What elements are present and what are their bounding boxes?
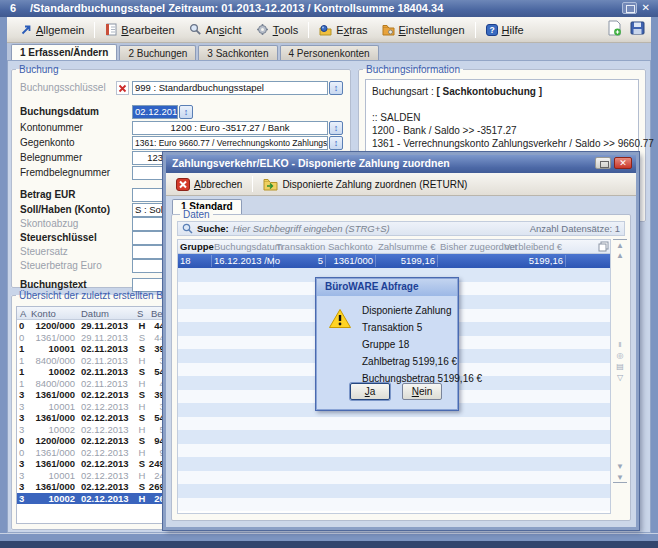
field-label-kontonummer: Kontonummer bbox=[20, 122, 83, 133]
zoom-icon[interactable]: ◎ bbox=[613, 350, 627, 361]
field-label-belegnummer: Belegnummer bbox=[20, 152, 82, 163]
field-label-betrag-eur: Betrag EUR bbox=[20, 189, 76, 200]
field-label-buchungsdatum: Buchungsdatum bbox=[20, 106, 99, 117]
grid-icon[interactable]: ▤ bbox=[613, 361, 627, 372]
field-label-steuerschluessel: Steuerschlüssel bbox=[20, 232, 97, 243]
buchungsschluessel-dropdown-icon[interactable]: ↕ bbox=[329, 81, 343, 95]
payments-table-header: GruppeBuchungsdatumTransaktionSachkontoZ… bbox=[178, 240, 610, 254]
empty-row bbox=[178, 430, 610, 444]
close-icon[interactable]: ✕ bbox=[642, 2, 650, 14]
menu-separator bbox=[308, 22, 309, 38]
svg-text:?: ? bbox=[489, 25, 494, 35]
buchungsschluessel-select[interactable]: 999 : Standardbuchungsstapel bbox=[132, 81, 328, 95]
confirm-popup: BüroWARE Abfrage Disponierte ZahlungTran… bbox=[315, 277, 459, 411]
menu-item-extras[interactable]: Extras bbox=[312, 21, 374, 39]
filter-icon[interactable]: ▽ bbox=[613, 372, 627, 383]
empty-row bbox=[178, 484, 610, 498]
dialog-group-title: Daten bbox=[180, 209, 213, 220]
search-icon bbox=[182, 223, 193, 234]
info-line: 1200 - Bank / Saldo >> -3517.27 bbox=[372, 124, 632, 137]
no-button[interactable]: Nein bbox=[402, 383, 442, 400]
cancel-button[interactable]: Abbrechen bbox=[171, 176, 247, 193]
field-label-soll-haben: Soll/Haben (Konto) bbox=[20, 204, 110, 215]
kontonummer-dropdown-icon[interactable]: ↕ bbox=[329, 121, 343, 135]
info-line: :: SALDEN bbox=[372, 111, 632, 124]
empty-row bbox=[178, 471, 610, 485]
booking-group-title: Buchung bbox=[16, 64, 61, 75]
window-titlebar: 6 /Standardbuchungsstapel Zeitraum: 01.2… bbox=[0, 0, 658, 17]
search-label: Suche: bbox=[197, 223, 229, 234]
buchungsart-value: [ Sachkontobuchung ] bbox=[437, 86, 543, 97]
popup-line: Disponierte Zahlung bbox=[362, 305, 452, 316]
tab-strip: 1 Erfassen/Ändern2 Buchungen3 Sachkonten… bbox=[7, 43, 651, 60]
new-document-icon[interactable] bbox=[607, 20, 622, 36]
booking-info-title: Buchungsinformation bbox=[363, 64, 463, 75]
empty-row bbox=[178, 444, 610, 458]
payment-row-selected[interactable]: 1816.12.2013 /Mo51361/0005199,165199,16 bbox=[178, 254, 610, 268]
window-bottom-edge bbox=[0, 541, 658, 548]
scroll-bottom-icon[interactable]: ▼ bbox=[613, 472, 627, 483]
scroll-down-icon[interactable]: ▼ bbox=[613, 461, 627, 472]
menu-item-allgemein[interactable]: Allgemein bbox=[13, 21, 91, 39]
assign-folder-icon bbox=[263, 178, 278, 191]
table-scrollbar[interactable]: ▲▲‖◎▤▽▼▼ bbox=[613, 239, 627, 514]
menu-separator bbox=[94, 22, 95, 38]
menu-bar: AllgemeinBearbeitenAnsichtToolsExtrasEin… bbox=[7, 17, 651, 43]
info-line: 1361 - Verrechnungskonto Zahlungsverkehr… bbox=[372, 137, 632, 150]
window-bottom-frame bbox=[0, 533, 658, 541]
field-label-buchungstext: Buchungstext bbox=[20, 279, 87, 290]
menu-item-ansicht[interactable]: Ansicht bbox=[182, 20, 249, 39]
buchungsdatum-input[interactable]: 02.12.2013 bbox=[132, 105, 178, 119]
save-icon[interactable] bbox=[630, 21, 645, 35]
field-label-gegenkonto: Gegenkonto bbox=[20, 137, 75, 148]
menu-item-bearbeiten[interactable]: Bearbeiten bbox=[98, 20, 181, 39]
scroll-top-icon[interactable]: ▲ bbox=[613, 239, 627, 250]
cancel-x-icon bbox=[176, 178, 190, 191]
popup-line: Transaktion 5 bbox=[362, 322, 422, 333]
tab-3-sachkonten[interactable]: 3 Sachkonten bbox=[198, 45, 277, 60]
empty-row bbox=[178, 417, 610, 431]
buchungsdatum-dropdown-icon[interactable]: ↕ bbox=[179, 105, 193, 119]
menu-separator bbox=[475, 22, 476, 38]
tab-1-erfassen-ndern[interactable]: 1 Erfassen/Ändern bbox=[11, 44, 117, 60]
record-count: Anzahl Datensätze: 1 bbox=[530, 223, 620, 234]
pause-icon[interactable]: ‖ bbox=[613, 339, 627, 350]
kontonummer-select[interactable]: 1200 : Euro -3517.27 / Bank bbox=[132, 121, 328, 135]
field-label-steuerbetrag-euro: Steuerbetrag Euro bbox=[20, 260, 102, 271]
popup-line: Zahlbetrag 5199,16 € bbox=[362, 356, 457, 367]
tab-4-personenkonten[interactable]: 4 Personenkonten bbox=[280, 45, 379, 60]
yes-button[interactable]: Ja bbox=[350, 383, 390, 400]
gegenkonto-dropdown-icon[interactable]: ↕ bbox=[329, 136, 343, 150]
menu-item-hilfe[interactable]: ?Hilfe bbox=[479, 21, 531, 39]
gegenkonto-select[interactable]: 1361: Euro 9660.77 / Verrechnungskonto Z… bbox=[132, 136, 328, 150]
popup-line: Gruppe 18 bbox=[362, 339, 409, 350]
scroll-up-icon[interactable]: ▲ bbox=[613, 250, 627, 261]
clear-icon[interactable] bbox=[116, 81, 129, 95]
popup-titlebar: BüroWARE Abfrage bbox=[317, 279, 457, 296]
main-window: 6 /Standardbuchungsstapel Zeitraum: 01.2… bbox=[0, 0, 658, 548]
empty-row bbox=[178, 498, 610, 512]
copy-grid-icon[interactable] bbox=[598, 241, 609, 252]
search-bar[interactable]: Suche: Hier Suchbegriff eingeben (STRG+S… bbox=[177, 221, 625, 236]
assign-payment-button[interactable]: Disponierte Zahlung zuordnen (RETURN) bbox=[258, 176, 472, 193]
dialog-titlebar: Zahlungsverkehr/ELKO - Disponierte Zahlu… bbox=[166, 155, 636, 173]
tab-2-buchungen[interactable]: 2 Buchungen bbox=[119, 45, 196, 60]
field-label-fremdbelegnummer: Fremdbelegnummer bbox=[20, 167, 110, 178]
maximize-icon[interactable] bbox=[622, 2, 637, 14]
field-label-steuersatz: Steuersatz bbox=[20, 246, 68, 257]
window-title: /Standardbuchungsstapel Zeitraum: 01.201… bbox=[30, 2, 443, 14]
field-label-buchungsschluessel: Buchungsschlüssel bbox=[20, 82, 106, 93]
dialog-maximize-icon[interactable] bbox=[595, 157, 611, 169]
window-number: 6 bbox=[10, 2, 16, 14]
search-placeholder: Hier Suchbegriff eingeben (STRG+S) bbox=[233, 223, 526, 234]
dialog-toolbar: Abbrechen Disponierte Zahlung zuordnen (… bbox=[166, 173, 636, 196]
dialog-close-icon[interactable]: ✕ bbox=[614, 157, 632, 169]
menu-item-einstellungen[interactable]: Einstellungen bbox=[375, 21, 472, 39]
empty-row bbox=[178, 457, 610, 471]
warning-icon bbox=[328, 308, 352, 329]
field-label-skontoabzug: Skontoabzug bbox=[20, 218, 78, 229]
belegnummer-input[interactable]: 123 bbox=[132, 151, 166, 165]
menu-item-tools[interactable]: Tools bbox=[249, 20, 306, 39]
